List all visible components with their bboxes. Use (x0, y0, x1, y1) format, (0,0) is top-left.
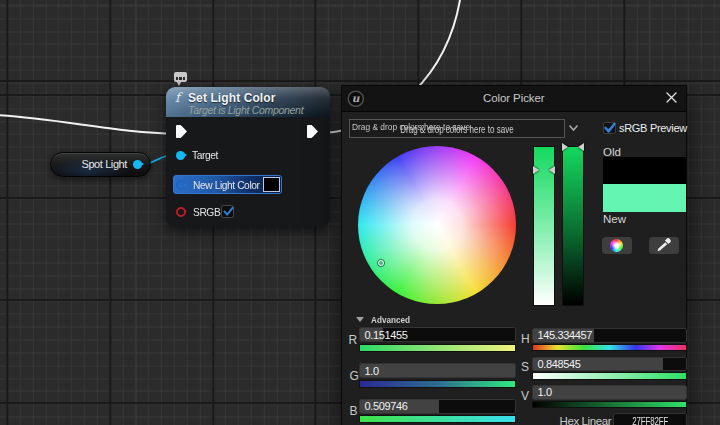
check-icon (604, 122, 616, 134)
slider-input-g[interactable]: 1.0 (359, 363, 516, 378)
srgb-checkbox[interactable] (221, 205, 234, 218)
dialog-title: Color Picker (342, 92, 687, 104)
value-handle-left-icon[interactable] (562, 143, 568, 151)
advanced-section-toggle[interactable]: Advanced (356, 314, 416, 325)
slider-label-b: B (350, 404, 358, 418)
srgb-pin[interactable] (176, 207, 186, 217)
theme-dropdown-chevron-icon[interactable] (568, 124, 579, 132)
bubble-tail (177, 82, 181, 86)
new-light-color-swatch[interactable] (263, 177, 280, 193)
slider-gradient-h[interactable] (532, 344, 688, 352)
slider-label-r: R (349, 333, 358, 347)
slider-label-s: S (521, 360, 529, 374)
slider-gradient-r[interactable] (359, 344, 516, 352)
srgb-pin-row[interactable]: SRGB (176, 206, 223, 217)
slider-gradient-g[interactable] (359, 380, 516, 388)
dialog-titlebar[interactable]: u Color Picker (342, 86, 687, 112)
new-color-label: New (603, 213, 626, 225)
advanced-collapse-arrow-icon (356, 317, 364, 322)
slider-fill-v (533, 386, 687, 399)
target-pin-row[interactable]: Target (176, 150, 220, 161)
value-bar[interactable] (562, 146, 584, 306)
old-color-swatch[interactable] (603, 157, 687, 184)
slider-gradient-b[interactable] (359, 415, 516, 423)
srgb-preview-checkbox[interactable] (603, 122, 616, 135)
srgb-preview-control[interactable]: sRGB Preview (603, 122, 687, 135)
node-title: Set Light Color (188, 91, 276, 105)
theme-drop-hint: Drag & drop colors here to save (378, 123, 534, 135)
srgb-preview-label: sRGB Preview (619, 122, 687, 134)
node-subtitle: Target is Light Component (188, 104, 303, 116)
saturation-handle-right-icon[interactable] (549, 166, 555, 174)
spot-light-node[interactable]: Spot Light (50, 152, 151, 178)
hex-linear-value: 27FF82FF (624, 415, 676, 425)
node-header[interactable]: f Set Light Color Target is Light Compon… (166, 87, 330, 118)
slider-label-h: H (521, 332, 530, 346)
eyedropper-icon (656, 238, 672, 252)
target-pin[interactable] (176, 151, 185, 160)
color-themes-icon (610, 239, 623, 252)
saturation-handle-left-icon[interactable] (533, 166, 539, 174)
bubble-dots (176, 77, 186, 80)
exec-out-pin[interactable] (307, 125, 318, 138)
color-wheel-cursor[interactable] (378, 260, 384, 266)
spot-light-title: Spot Light (81, 158, 127, 170)
spot-light-output-pin[interactable] (133, 160, 142, 169)
exec-in-pin[interactable] (176, 125, 187, 138)
exec-wire-in (0, 115, 176, 134)
new-light-color-pin-row[interactable]: New Light Color (176, 180, 265, 191)
slider-value-b: 0.509746 (365, 400, 408, 412)
slider-value-r: 0.151455 (365, 329, 408, 341)
advanced-label: Advanced (371, 314, 410, 325)
slider-value-g: 1.0 (365, 365, 379, 377)
color-themes-button[interactable] (602, 237, 632, 255)
slider-value-h: 145.334457 (538, 329, 593, 341)
hex-linear-input[interactable]: 27FF82FF (613, 413, 688, 425)
slider-input-r[interactable]: 0.151455 (359, 327, 516, 342)
new-light-color-pin[interactable] (176, 180, 186, 190)
new-light-color-pin-label: New Light Color (193, 179, 260, 191)
theme-drop-bar[interactable]: Drag & drop colors here to save Drag & d… (349, 119, 565, 138)
new-color-swatch[interactable] (603, 184, 687, 212)
comment-bubble-icon[interactable] (174, 72, 187, 82)
close-icon[interactable] (666, 92, 677, 103)
slider-label-g: G (350, 369, 359, 383)
slider-value-s: 0.848545 (538, 358, 581, 370)
target-pin-label: Target (192, 149, 218, 161)
slider-gradient-v[interactable] (532, 401, 688, 409)
slider-gradient-s[interactable] (532, 372, 688, 380)
hex-linear-label: Hex Linear (560, 415, 612, 425)
slider-input-s[interactable]: 0.848545 (532, 357, 688, 372)
set-light-color-node[interactable]: f Set Light Color Target is Light Compon… (166, 87, 330, 227)
slider-input-b[interactable]: 0.509746 (359, 399, 516, 414)
value-handle-right-icon[interactable] (578, 143, 584, 151)
slider-label-v: V (521, 389, 529, 403)
slider-value-v: 1.0 (538, 386, 552, 398)
blueprint-graph-canvas[interactable]: Spot Light f Set Light Color Target is L… (0, 0, 720, 425)
eyedropper-button[interactable] (649, 237, 679, 255)
function-icon: f (175, 90, 180, 105)
srgb-pin-label: SRGB (193, 206, 220, 218)
slider-input-v[interactable]: 1.0 (532, 385, 688, 400)
color-wheel[interactable] (358, 146, 516, 304)
slider-fill-g (360, 364, 515, 377)
check-icon (223, 206, 234, 217)
slider-input-h[interactable]: 145.334457 (532, 328, 688, 343)
color-picker-dialog[interactable]: u Color Picker Drag & drop colors here t… (341, 85, 688, 425)
